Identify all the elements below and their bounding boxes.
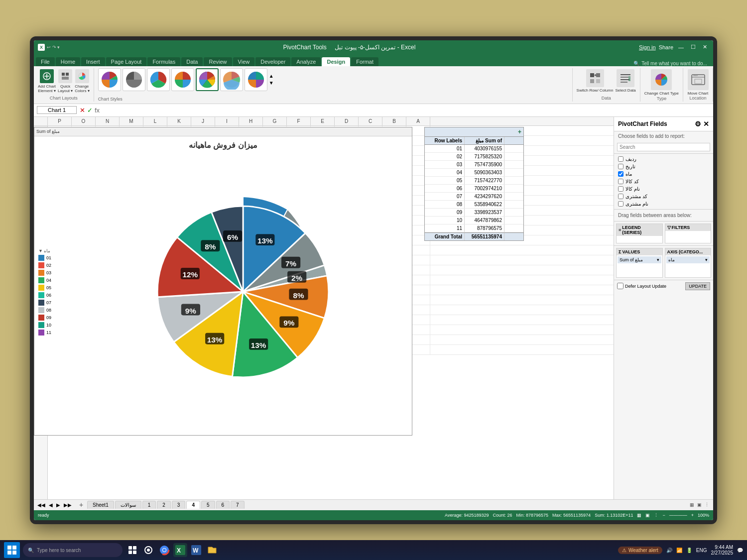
add-sheet-btn[interactable]: + — [76, 500, 86, 509]
tab-5[interactable]: 5 — [201, 501, 215, 509]
panel-settings-icon[interactable]: ⚙ — [695, 120, 701, 128]
chrome-btn[interactable] — [157, 543, 171, 557]
chart-overlay[interactable]: Sum of مبلغ میزان فروش ماهیانه ▼ ماه — [34, 127, 412, 436]
language-indicator[interactable]: ENG — [696, 548, 707, 553]
tab-design[interactable]: Design — [322, 57, 350, 66]
add-chart-element-btn[interactable] — [40, 69, 54, 83]
pivot-data-03[interactable]: 03 7574735900 — [425, 161, 523, 169]
col-o[interactable]: O — [72, 117, 96, 125]
change-chart-type-btn[interactable] — [651, 69, 672, 90]
view-mode-normal-icon[interactable]: ▦ — [637, 513, 641, 518]
chart-style-3[interactable] — [147, 68, 170, 91]
sheet-scroll-left[interactable]: ◀◀ — [36, 502, 47, 508]
update-button[interactable]: UPDATE — [685, 282, 710, 290]
pivot-add-btn[interactable]: + — [518, 128, 521, 135]
task-view-btn[interactable] — [125, 543, 139, 557]
pivot-data-11[interactable]: 11 878796575 — [425, 224, 523, 232]
notification-icon[interactable]: 💬 — [737, 548, 743, 553]
switch-row-col-btn[interactable] — [586, 69, 604, 87]
pivot-data-10[interactable]: 10 4647879862 — [425, 217, 523, 224]
change-chart-type-label[interactable]: Change Chart Type — [644, 91, 679, 96]
tab-file[interactable]: File — [36, 57, 55, 66]
col-e[interactable]: E — [311, 117, 335, 125]
tab-4[interactable]: 4 — [186, 501, 200, 509]
panel-close-icon[interactable]: ✕ — [703, 120, 709, 128]
col-a[interactable]: A — [406, 117, 430, 125]
move-chart-label[interactable]: Move Chart — [688, 91, 708, 96]
pivot-data-01[interactable]: 01 4030976155 — [425, 145, 523, 153]
sheet-scroll-next[interactable]: ▶ — [55, 502, 62, 508]
axis-item-dropdown[interactable]: ▾ — [705, 257, 708, 262]
field-kod-moshtari-checkbox[interactable] — [618, 194, 623, 199]
taskbar-search[interactable]: 🔍 Type here to search — [23, 543, 123, 557]
select-data-btn[interactable] — [617, 69, 634, 87]
confirm-icon[interactable]: ✓ — [87, 107, 93, 114]
chart-style-7[interactable] — [245, 68, 267, 91]
chart-styles-scroll[interactable]: ▲ ▼ — [269, 73, 274, 86]
field-mah-checkbox[interactable] — [618, 171, 623, 177]
tab-data[interactable]: Data — [181, 57, 203, 66]
tab-format[interactable]: Format — [351, 57, 378, 66]
files-taskbar-btn[interactable] — [205, 543, 219, 557]
pivot-data-09[interactable]: 09 3398923537 — [425, 209, 523, 217]
quick-layout-btn[interactable] — [58, 69, 72, 83]
sheet-scroll-prev[interactable]: ◀ — [47, 502, 54, 508]
col-g[interactable]: G — [263, 117, 287, 125]
quick-layout-label[interactable]: QuickLayout ▾ — [58, 84, 73, 93]
word-taskbar-btn[interactable]: W — [189, 543, 203, 557]
clock[interactable]: 9:44 AM 2/27/2025 — [711, 545, 734, 556]
view-page-layout[interactable]: ▣ — [697, 502, 702, 507]
col-c[interactable]: C — [359, 117, 382, 125]
col-d[interactable]: D — [335, 117, 359, 125]
pivot-data-07[interactable]: 07 4234297620 — [425, 193, 523, 201]
tab-6[interactable]: 6 — [216, 501, 230, 509]
field-kod-kala-checkbox[interactable] — [618, 179, 623, 184]
col-b[interactable]: B — [382, 117, 406, 125]
tab-review[interactable]: Review — [204, 57, 232, 66]
tab-sheet1[interactable]: Sheet1 — [87, 501, 114, 509]
fields-search-input[interactable] — [617, 143, 710, 151]
pivot-data-06[interactable]: 06 7002974210 — [425, 185, 523, 193]
sheet-scroll-right[interactable]: ▶▶ — [62, 502, 73, 508]
sheet-scroll-arrows[interactable]: ◀◀ ◀ ▶ ▶▶ — [36, 502, 73, 508]
cortana-btn[interactable] — [141, 543, 155, 557]
col-n[interactable]: N — [96, 117, 120, 125]
tab-formulas[interactable]: Formulas — [147, 57, 180, 66]
col-l[interactable]: L — [143, 117, 167, 125]
view-page-break[interactable]: ⋮ — [705, 502, 709, 507]
start-button[interactable] — [4, 542, 20, 558]
chart-style-5[interactable] — [196, 68, 219, 91]
tab-insert[interactable]: Insert — [81, 57, 105, 66]
chart-style-4[interactable] — [171, 68, 194, 91]
axis-item[interactable]: ماه ▾ — [666, 256, 710, 263]
tab-2[interactable]: 2 — [157, 501, 171, 509]
chart-style-6[interactable] — [220, 68, 243, 91]
tab-developer[interactable]: Developer — [255, 57, 290, 66]
minimize-btn[interactable]: — — [676, 44, 686, 50]
change-colors-btn[interactable] — [75, 69, 89, 83]
function-icon[interactable]: fx — [95, 107, 100, 114]
cancel-icon[interactable]: ✕ — [80, 107, 85, 114]
weather-alert[interactable]: ⚠ Weather alert — [618, 547, 662, 554]
tab-soalat[interactable]: سوالات — [115, 501, 141, 509]
tab-view[interactable]: View — [233, 57, 255, 66]
move-chart-btn[interactable]: chart — [688, 69, 709, 90]
chart-style-2[interactable] — [123, 68, 145, 91]
field-nam-kala-checkbox[interactable] — [618, 186, 623, 192]
switch-row-col-label[interactable]: Switch Row/ Column — [577, 88, 614, 93]
change-colors-label[interactable]: ChangeColors ▾ — [75, 84, 89, 93]
formula-input[interactable] — [103, 107, 710, 113]
pivot-data-08[interactable]: 08 5358940622 — [425, 201, 523, 209]
field-tarikh-checkbox[interactable] — [618, 164, 623, 169]
col-i[interactable]: I — [215, 117, 239, 125]
view-mode-break-icon[interactable]: ⋮ — [654, 513, 658, 518]
share-button[interactable]: Share — [659, 44, 673, 50]
legend-filter-label[interactable]: ▼ ماه — [38, 248, 50, 253]
col-h[interactable]: H — [239, 117, 263, 125]
col-m[interactable]: M — [120, 117, 143, 125]
tell-me-text[interactable]: Tell me what you want to do... — [641, 61, 707, 66]
col-f[interactable]: F — [287, 117, 311, 125]
col-p[interactable]: P — [48, 117, 72, 125]
zoom-in-icon[interactable]: + — [691, 513, 694, 518]
excel-taskbar-btn[interactable]: X — [173, 543, 187, 557]
